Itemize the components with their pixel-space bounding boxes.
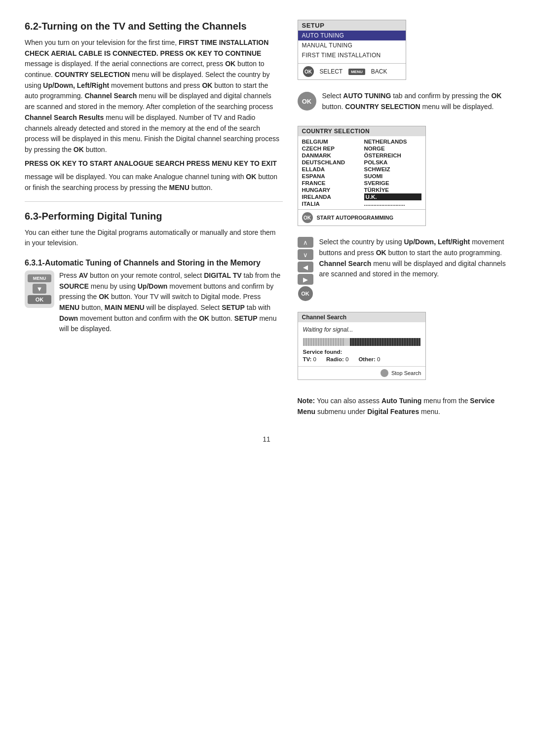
country-czech-rep: CZECH REP bbox=[302, 145, 359, 152]
stop-search-icon bbox=[381, 369, 388, 377]
channel-search-widget: Channel Search Waiting for signal... Ser… bbox=[298, 312, 509, 380]
country-irelanda: IRELANDA bbox=[302, 193, 359, 200]
progress-bar-left bbox=[303, 338, 344, 346]
other-label: Other: 0 bbox=[358, 356, 380, 362]
country-netherlands: NETHERLANDS bbox=[364, 138, 421, 145]
country-espana: ESPANA bbox=[302, 173, 359, 180]
back-label: BACK bbox=[371, 68, 387, 75]
country-schweiz: SCHWEIZ bbox=[364, 166, 421, 173]
country-suomi: SUOMI bbox=[364, 173, 421, 180]
setup-menu-item-manual-tuning: MANUAL TUNING bbox=[298, 40, 406, 50]
section-63-title: 6.3-Performing Digital Tuning bbox=[25, 210, 283, 223]
tv-label: TV: 0 bbox=[303, 356, 317, 362]
country-sverige: SVERIGE bbox=[364, 180, 421, 187]
country-belgium: BELGIUM bbox=[302, 138, 359, 145]
auto-tuning-description: Select AUTO TUNING tab and confirm by pr… bbox=[322, 91, 509, 112]
dpad-ok-button[interactable]: OK bbox=[298, 286, 313, 301]
country-norge: NORGE bbox=[364, 145, 421, 152]
page-number: 11 bbox=[25, 435, 508, 443]
dpad-right-button[interactable]: ▶ bbox=[298, 274, 313, 285]
dpad-down-button[interactable]: ∨ bbox=[298, 249, 313, 260]
ok-circle-icon: OK bbox=[303, 66, 314, 77]
waiting-text: Waiting for signal... bbox=[303, 326, 420, 333]
section-63-body: 6.3.1-Automatic Tuning of Channels and S… bbox=[25, 259, 283, 338]
country-uk: U.K. bbox=[364, 193, 421, 200]
country-deutschland: DEUTSCHLAND bbox=[302, 159, 359, 166]
start-autoprogramming-label: START AUTOPROGRAMMING bbox=[317, 215, 394, 221]
section-62-para3: message will be displayed. You can make … bbox=[25, 172, 283, 193]
section-631-text: Press AV button on your remote control, … bbox=[59, 270, 283, 335]
setup-menu-item-auto-tuning: AUTO TUNING bbox=[298, 31, 406, 40]
section-62-para1: When you turn on your television for the… bbox=[25, 38, 283, 155]
auto-tuning-description-row: OK Select AUTO TUNING tab and confirm by… bbox=[298, 91, 509, 115]
section-63-intro: You can either tune the Digital programs… bbox=[25, 227, 283, 249]
country-grid: BELGIUM NETHERLANDS CZECH REP NORGE DANM… bbox=[298, 136, 425, 209]
setup-menu-footer: OK SELECT MENU BACK bbox=[298, 63, 406, 79]
country-selection-box: COUNTRY SELECTION BELGIUM NETHERLANDS CZ… bbox=[298, 126, 426, 226]
section-631-title: 6.3.1-Automatic Tuning of Channels and S… bbox=[25, 259, 283, 267]
setup-menu-item-first-time: FIRST TIME INSTALLATION bbox=[298, 50, 406, 60]
country-danmark: DANMARK bbox=[302, 152, 359, 159]
country-dots: .......................... bbox=[364, 200, 421, 207]
radio-label: Radio: 0 bbox=[326, 356, 348, 362]
section-62-para2: PRESS OK KEY TO START ANALOGUE SEARCH PR… bbox=[25, 158, 283, 169]
channel-search-box: Channel Search Waiting for signal... Ser… bbox=[298, 312, 426, 380]
dpad-remote: ∧ ∨ ◀ ▶ OK bbox=[298, 237, 313, 301]
channel-search-footer: Stop Search bbox=[298, 366, 425, 379]
country-osterreich: ÖSTERREICH bbox=[364, 152, 421, 159]
section-62-title: 6.2-Turning on the TV and Setting the Ch… bbox=[25, 20, 283, 33]
right-column: SETUP AUTO TUNING MANUAL TUNING FIRST TI… bbox=[298, 20, 509, 420]
country-italia: ITALIA bbox=[302, 200, 359, 207]
setup-menu-box: SETUP AUTO TUNING MANUAL TUNING FIRST TI… bbox=[298, 20, 406, 80]
note-section: Note: You can also assess Auto Tuning me… bbox=[298, 396, 509, 417]
dpad-left-button[interactable]: ◀ bbox=[298, 262, 313, 272]
country-selection-title: COUNTRY SELECTION bbox=[298, 126, 425, 136]
country-polska: POLSKA bbox=[364, 159, 421, 166]
down-arrow-button: ▼ bbox=[33, 284, 46, 294]
channel-search-content: Waiting for signal... Service found: TV:… bbox=[298, 322, 425, 366]
menu-remote-illustration: MENU ▼ OK bbox=[25, 270, 54, 308]
setup-menu-title: SETUP bbox=[298, 20, 406, 31]
menu-remote-block: MENU ▼ OK Press AV button on your remote… bbox=[25, 270, 283, 338]
country-france: FRANCE bbox=[302, 180, 359, 187]
select-label: SELECT bbox=[320, 68, 343, 75]
ok-circle-country: OK bbox=[302, 212, 313, 223]
stop-search-label: Stop Search bbox=[391, 370, 421, 376]
progress-bar bbox=[303, 338, 420, 346]
left-column: 6.2-Turning on the TV and Setting the Ch… bbox=[25, 20, 283, 420]
ok-badge: OK bbox=[298, 92, 316, 111]
setup-menu-widget: SETUP AUTO TUNING MANUAL TUNING FIRST TI… bbox=[298, 20, 509, 80]
menu-rect-icon: MENU bbox=[348, 69, 365, 75]
country-turkiye: TÜRKİYE bbox=[364, 187, 421, 193]
channel-search-title: Channel Search bbox=[298, 312, 425, 322]
dpad-description-row: ∧ ∨ ◀ ▶ OK Select the country by using U… bbox=[298, 237, 509, 301]
menu-button-label: MENU bbox=[28, 274, 51, 282]
service-row: TV: 0 Radio: 0 Other: 0 bbox=[303, 356, 420, 362]
country-ellada: ELLADA bbox=[302, 166, 359, 173]
ok-button-label: OK bbox=[28, 295, 51, 304]
country-hungary: HUNGARY bbox=[302, 187, 359, 193]
country-selection-footer: OK START AUTOPROGRAMMING bbox=[298, 209, 425, 226]
dpad-up-button[interactable]: ∧ bbox=[298, 237, 313, 248]
country-description: Select the country by using Up/Down, Lef… bbox=[319, 237, 509, 280]
country-selection-widget: COUNTRY SELECTION BELGIUM NETHERLANDS CZ… bbox=[298, 126, 509, 226]
progress-bar-right bbox=[350, 338, 420, 346]
service-found-label: Service found: bbox=[303, 349, 420, 355]
